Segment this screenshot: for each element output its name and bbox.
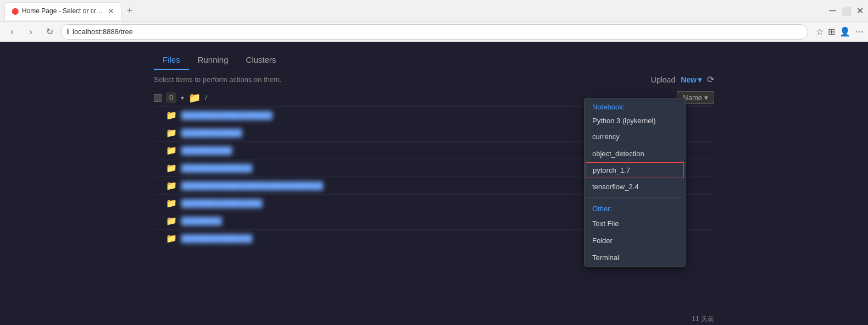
url-text: localhost:8888/tree — [73, 27, 133, 36]
new-label: New — [681, 75, 697, 84]
menu-item-folder[interactable]: Folder — [585, 232, 685, 249]
nav-tabs: Files Running Clusters — [0, 42, 868, 70]
menu-item-python3[interactable]: Python 3 (ipykernel) — [585, 113, 685, 128]
new-dropdown-menu: Notebook: Python 3 (ipykernel) currency … — [584, 98, 686, 267]
window-close-icon[interactable]: ✕ — [856, 5, 864, 16]
bottom-bar: 11 天前 — [0, 313, 868, 325]
file-list-header: 0 ▾ 📁 / Name ▾ — [0, 89, 868, 106]
tab-clusters[interactable]: Clusters — [237, 51, 285, 70]
new-arrow-icon: ▾ — [698, 75, 702, 84]
file-name[interactable]: ██████████████████ — [181, 111, 272, 119]
folder-slash: / — [205, 93, 207, 102]
tab-running[interactable]: Running — [189, 51, 237, 70]
row-checkbox[interactable] — [154, 200, 162, 207]
add-tab-button[interactable]: + — [124, 5, 136, 16]
notebook-section-label: Notebook: — [585, 98, 685, 113]
menu-item-tensorflow[interactable]: tensorflow_2.4 — [585, 178, 685, 195]
row-checkbox[interactable] — [154, 147, 162, 155]
timestamp-text: 11 天前 — [692, 315, 714, 324]
menu-item-folder-label: Folder — [592, 236, 613, 245]
folder-nav-icon: 📁 — [188, 92, 201, 104]
count-dropdown-icon[interactable]: ▾ — [181, 94, 184, 102]
select-all-checkbox[interactable] — [154, 94, 162, 102]
file-name[interactable]: ██████████████ — [181, 234, 252, 243]
collections-icon[interactable]: ⊞ — [828, 26, 835, 37]
menu-item-tensorflow-label: tensorflow_2.4 — [592, 183, 639, 191]
checkbox-icon — [154, 94, 162, 102]
profile-icon[interactable]: 👤 — [839, 26, 850, 37]
back-button[interactable]: ‹ — [4, 24, 20, 40]
tab-close-icon[interactable]: ✕ — [108, 7, 114, 15]
folder-icon: 📁 — [166, 198, 177, 208]
window-minimize-icon[interactable]: ─ — [829, 5, 836, 16]
file-name[interactable]: ████████████ — [181, 129, 242, 137]
forward-button[interactable]: › — [23, 24, 38, 40]
folder-icon: 📁 — [166, 128, 177, 138]
menu-item-object-detection-label: object_detection — [592, 150, 644, 158]
file-name[interactable]: ████████████████████████████ — [181, 181, 323, 190]
refresh-button[interactable]: ⟳ — [707, 74, 714, 85]
menu-item-pytorch-label: pytorch_1.7 — [593, 166, 630, 174]
item-count-badge: 0 — [166, 92, 176, 103]
toolbar: Select items to perform actions on them.… — [0, 70, 868, 89]
new-button[interactable]: New ▾ — [681, 75, 702, 84]
file-name[interactable]: ████████████████ — [181, 199, 262, 207]
folder-icon: 📁 — [166, 233, 177, 244]
tab-files[interactable]: Files — [154, 51, 189, 70]
row-checkbox[interactable] — [154, 129, 162, 137]
url-info-icon: ℹ — [66, 27, 69, 36]
folder-icon: 📁 — [166, 163, 177, 173]
menu-item-terminal[interactable]: Terminal — [585, 249, 685, 266]
row-checkbox[interactable] — [154, 182, 162, 190]
tab-bar: ⬤ Home Page - Select or create a n ✕ + — [4, 0, 136, 21]
reload-button[interactable]: ↻ — [42, 24, 57, 40]
menu-item-currency[interactable]: currency — [585, 128, 685, 145]
menu-item-terminal-label: Terminal — [592, 254, 619, 262]
sort-arrow-icon: ▾ — [704, 93, 708, 102]
browser-menu-icon[interactable]: ⋯ — [855, 26, 864, 37]
file-name[interactable]: ██████████ — [181, 146, 232, 155]
folder-icon: 📁 — [166, 145, 177, 156]
browser-right-controls: ☆ ⊞ 👤 ⋯ — [816, 26, 864, 37]
tab-favicon: ⬤ — [12, 7, 19, 15]
file-rows: 📁 ██████████████████ 📁 ████████████ 📁 ██… — [0, 106, 868, 313]
tab-title: Home Page - Select or create a n — [22, 7, 104, 15]
other-section-label: Other: — [585, 200, 685, 215]
folder-icon: 📁 — [166, 110, 177, 120]
toolbar-right: Upload New ▾ ⟳ — [651, 74, 714, 85]
menu-item-text-file-label: Text File — [592, 219, 619, 228]
menu-item-object-detection[interactable]: object_detection — [585, 145, 685, 162]
file-name[interactable]: ████████ — [181, 217, 222, 225]
row-checkbox[interactable] — [154, 112, 162, 119]
upload-button[interactable]: Upload — [651, 75, 675, 84]
menu-item-pytorch[interactable]: pytorch_1.7 — [586, 162, 684, 178]
sort-label: Name — [683, 93, 702, 102]
row-checkbox[interactable] — [154, 217, 162, 225]
favorites-icon[interactable]: ☆ — [816, 26, 824, 37]
menu-item-python3-label: Python 3 (ipykernel) — [592, 117, 656, 125]
app-area: Files Running Clusters Select items to p… — [0, 42, 868, 325]
url-bar[interactable]: ℹ localhost:8888/tree — [60, 24, 808, 40]
subtitle-text: Select items to perform actions on them. — [154, 75, 282, 84]
menu-item-text-file[interactable]: Text File — [585, 215, 685, 232]
address-bar-row: ‹ › ↻ ℹ localhost:8888/tree ☆ ⊞ 👤 ⋯ — [0, 22, 868, 42]
browser-tab-bar: ⬤ Home Page - Select or create a n ✕ + ─… — [0, 0, 868, 22]
folder-icon: 📁 — [166, 216, 177, 226]
folder-icon: 📁 — [166, 180, 177, 191]
window-restore-icon[interactable]: ⬜ — [842, 7, 851, 15]
active-tab[interactable]: ⬤ Home Page - Select or create a n ✕ — [4, 2, 121, 20]
row-checkbox[interactable] — [154, 164, 162, 172]
menu-divider — [585, 197, 685, 198]
row-checkbox[interactable] — [154, 235, 162, 243]
menu-item-currency-label: currency — [592, 133, 620, 141]
file-name[interactable]: ██████████████ — [181, 164, 252, 172]
